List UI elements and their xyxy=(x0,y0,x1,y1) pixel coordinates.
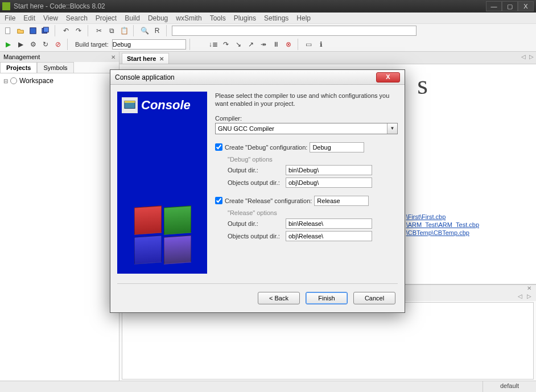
svg-rect-5 xyxy=(125,101,135,103)
editor-tab-close-icon[interactable]: ✕ xyxy=(159,56,164,62)
release-name-input[interactable] xyxy=(314,196,369,206)
menu-build[interactable]: Build xyxy=(125,14,140,22)
create-debug-label: Create "Debug" configuration: xyxy=(225,144,307,151)
info-icon[interactable]: ℹ xyxy=(316,39,327,50)
back-button[interactable]: < Back xyxy=(258,292,300,304)
management-panel: Management ✕ Projects Symbols ⊟ Workspac… xyxy=(0,52,119,381)
tree-root[interactable]: ⊟ Workspace xyxy=(3,77,116,85)
save-all-icon[interactable] xyxy=(40,25,51,36)
menu-bar: File Edit View Search Project Build Debu… xyxy=(0,13,536,24)
menu-project[interactable]: Project xyxy=(96,14,117,22)
run-icon[interactable]: ▶ xyxy=(2,39,14,50)
recent-projects-list: \First\First.cbp \ARM_Test\ARM_Test.cbp … xyxy=(406,212,479,237)
dialog-intro: Please select the compiler to use and wh… xyxy=(215,92,398,108)
dialog-side-title: Console xyxy=(141,98,191,113)
cancel-button[interactable]: Cancel xyxy=(353,292,395,304)
release-output-dir-label: Output dir.: xyxy=(228,220,282,227)
paste-icon[interactable]: 📋 xyxy=(118,25,130,36)
management-close-icon[interactable]: ✕ xyxy=(111,54,116,60)
wizard-dialog: Console application X Console Please sel… xyxy=(110,69,405,313)
rebuild-icon[interactable]: ↻ xyxy=(40,39,51,50)
output-close-icon[interactable]: ✕ xyxy=(527,285,531,293)
find-icon[interactable]: 🔍 xyxy=(139,25,150,36)
window-title: Start here - Code::Blocks 8.02 xyxy=(14,2,105,10)
console-icon xyxy=(122,97,138,113)
dialog-title: Console application xyxy=(115,73,175,81)
recent-project-link[interactable]: \First\First.cbp xyxy=(406,213,479,220)
menu-search[interactable]: Search xyxy=(66,14,88,22)
recent-project-link[interactable]: \ARM_Test\ARM_Test.cbp xyxy=(406,221,479,228)
management-title: Management xyxy=(3,53,40,60)
svg-rect-3 xyxy=(44,27,49,32)
redo-icon[interactable]: ↷ xyxy=(73,25,84,36)
debug-name-input[interactable] xyxy=(310,142,364,152)
step-over-icon[interactable]: ↷ xyxy=(220,39,232,50)
svg-rect-0 xyxy=(6,28,10,34)
stop-debug-icon[interactable]: ⊗ xyxy=(283,39,294,50)
menu-settings[interactable]: Settings xyxy=(264,14,288,22)
maximize-button[interactable]: ▢ xyxy=(502,1,518,11)
dropdown-arrow-icon[interactable]: ▼ xyxy=(387,123,397,134)
release-obj-dir-label: Objects output dir.: xyxy=(228,233,282,240)
menu-help[interactable]: Help xyxy=(296,14,311,22)
tab-next-icon[interactable]: ▷ xyxy=(529,53,534,60)
open-icon[interactable] xyxy=(15,25,26,36)
step-out-icon[interactable]: ↗ xyxy=(245,39,257,50)
replace-icon[interactable]: R xyxy=(151,25,163,36)
new-file-icon[interactable] xyxy=(2,25,14,36)
pause-icon[interactable]: ⏸ xyxy=(270,39,282,50)
menu-edit[interactable]: Edit xyxy=(23,14,35,22)
step-into-icon[interactable]: ↘ xyxy=(233,39,244,50)
debug-obj-dir-input[interactable] xyxy=(286,178,372,188)
stop-icon[interactable]: ⊘ xyxy=(52,39,64,50)
dialog-close-button[interactable]: X xyxy=(376,72,400,82)
svg-rect-1 xyxy=(30,28,36,34)
menu-wxsmith[interactable]: wxSmith xyxy=(176,14,201,22)
menu-file[interactable]: File xyxy=(5,14,15,22)
status-right: default xyxy=(483,381,536,392)
build-target-select[interactable] xyxy=(112,39,186,49)
output-prev-icon[interactable]: ◁ xyxy=(518,293,522,301)
editor-tab-label: Start here xyxy=(127,55,156,62)
build-icon[interactable]: ⚙ xyxy=(27,39,39,50)
tab-prev-icon[interactable]: ◁ xyxy=(521,53,526,60)
window-titlebar: Start here - Code::Blocks 8.02 — ▢ X xyxy=(0,0,536,13)
editor-tab-start-here[interactable]: Start here ✕ xyxy=(122,53,169,64)
cut-icon[interactable]: ✂ xyxy=(93,25,105,36)
save-icon[interactable] xyxy=(27,25,39,36)
create-debug-checkbox[interactable] xyxy=(215,143,222,151)
menu-plugins[interactable]: Plugins xyxy=(234,14,256,22)
close-button[interactable]: X xyxy=(518,1,534,11)
recent-project-link[interactable]: \CBTemp\CBTemp.cbp xyxy=(406,229,479,236)
release-output-dir-input[interactable] xyxy=(286,218,372,229)
finish-button[interactable]: Finish xyxy=(306,292,348,304)
tab-symbols[interactable]: Symbols xyxy=(37,62,73,73)
output-next-icon[interactable]: ▷ xyxy=(527,293,531,301)
release-obj-dir-input[interactable] xyxy=(286,231,372,241)
minimize-button[interactable]: — xyxy=(486,1,502,11)
create-release-label: Create "Release" configuration: xyxy=(225,197,312,204)
dialog-sidebar: Console xyxy=(117,92,207,274)
continue-icon[interactable]: ↠ xyxy=(258,39,269,50)
debug-output-dir-label: Output dir.: xyxy=(228,167,282,174)
debug-options-title: "Debug" options xyxy=(228,156,398,163)
workspace-label: Workspace xyxy=(19,77,53,85)
create-release-checkbox[interactable] xyxy=(215,197,222,204)
quick-combo[interactable] xyxy=(172,26,417,36)
toolbars: ↶ ↷ ✂ ⧉ 📋 🔍 R ▶ ▶ ⚙ ↻ ⊘ Build target: ↓≣… xyxy=(0,24,536,52)
menu-tools[interactable]: Tools xyxy=(210,14,226,22)
debug-step-icon[interactable]: ▶ xyxy=(15,39,26,50)
window-list-icon[interactable]: ▭ xyxy=(303,39,315,50)
copy-icon[interactable]: ⧉ xyxy=(106,25,117,36)
workspace-icon xyxy=(10,77,17,84)
release-options-title: "Release" options xyxy=(228,209,398,216)
undo-icon[interactable]: ↶ xyxy=(60,25,72,36)
tab-projects[interactable]: Projects xyxy=(0,62,37,73)
menu-debug[interactable]: Debug xyxy=(148,14,168,22)
tree-expand-icon[interactable]: ⊟ xyxy=(3,78,8,84)
start-page-logo: s xyxy=(417,69,428,100)
debug-toolbar-icon[interactable]: ↓≣ xyxy=(208,39,219,50)
debug-output-dir-input[interactable] xyxy=(286,165,372,175)
compiler-select[interactable] xyxy=(215,123,398,134)
menu-view[interactable]: View xyxy=(43,14,58,22)
